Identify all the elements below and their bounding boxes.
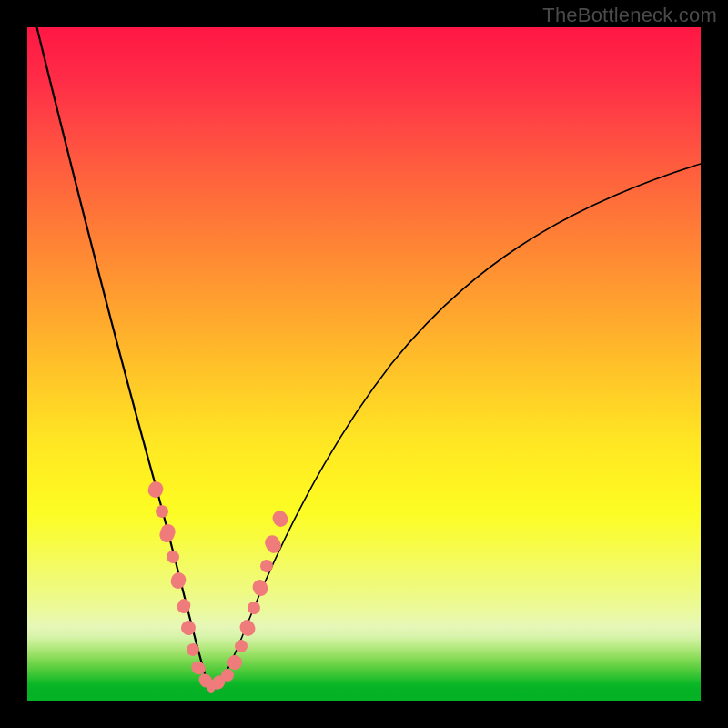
svg-rect-11	[209, 673, 228, 693]
svg-rect-19	[262, 532, 284, 555]
svg-rect-15	[238, 617, 258, 639]
svg-rect-4	[168, 571, 188, 592]
watermark-text: TheBottleneck.com	[542, 4, 717, 27]
plot-area	[27, 27, 701, 701]
curve-layer	[27, 27, 701, 701]
svg-rect-20	[270, 508, 291, 530]
bead-markers	[147, 480, 291, 693]
svg-rect-3	[165, 549, 181, 565]
svg-rect-7	[185, 642, 202, 659]
svg-rect-8	[189, 659, 208, 677]
svg-rect-5	[175, 597, 192, 615]
svg-rect-13	[225, 652, 245, 672]
svg-rect-17	[250, 577, 271, 598]
svg-rect-1	[154, 503, 170, 520]
svg-rect-10	[207, 680, 216, 693]
curve-left-branch	[35, 27, 213, 688]
svg-rect-14	[232, 637, 249, 654]
svg-rect-18	[258, 558, 276, 575]
svg-rect-0	[147, 480, 166, 500]
svg-rect-2	[157, 522, 177, 544]
svg-rect-12	[218, 666, 237, 684]
svg-rect-6	[178, 618, 197, 637]
curve-right-branch	[213, 164, 701, 688]
chart-frame: TheBottleneck.com	[0, 0, 728, 728]
svg-rect-9	[196, 671, 215, 690]
svg-rect-16	[246, 600, 263, 617]
